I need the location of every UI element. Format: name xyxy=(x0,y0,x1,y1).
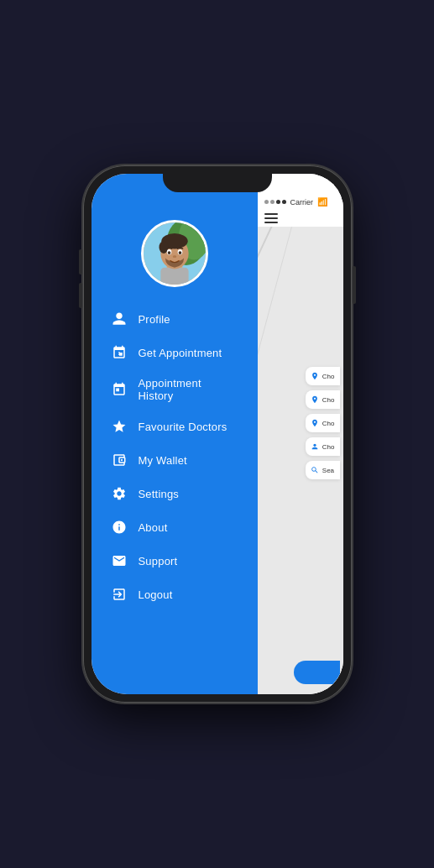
dropdown-item-0[interactable]: Cho xyxy=(306,367,340,385)
dot-3 xyxy=(276,200,280,204)
map-area: Cho Cho Cho xyxy=(258,227,343,694)
dropdown-item-2[interactable]: Cho xyxy=(306,414,340,432)
dropdown-text-2: Cho xyxy=(322,420,335,427)
svg-point-13 xyxy=(120,459,122,461)
phone-notch xyxy=(163,174,272,192)
menu-item-profile[interactable]: Profile xyxy=(100,302,249,336)
phone-screen: Profile Get Appointment xyxy=(92,174,343,694)
dropdown-text-4: Sea xyxy=(322,467,334,474)
map-road-diagonal-2 xyxy=(258,227,292,389)
signal-dots xyxy=(264,200,286,204)
menu-label-favourite-doctors: Favourite Doctors xyxy=(139,421,227,433)
svg-point-12 xyxy=(172,255,176,258)
menu-label-support: Support xyxy=(139,555,178,567)
hamburger-menu[interactable] xyxy=(258,210,343,227)
envelope-icon xyxy=(110,552,128,570)
menu-item-get-appointment[interactable]: Get Appointment xyxy=(100,336,249,369)
menu-label-settings: Settings xyxy=(139,488,180,500)
search-person-icon xyxy=(311,465,319,475)
menu-items-list: Profile Get Appointment xyxy=(92,302,258,611)
dropdown-item-3[interactable]: Cho xyxy=(306,437,340,456)
calendar-list-icon xyxy=(110,380,128,399)
vol-up-button[interactable] xyxy=(79,249,82,275)
logout-icon xyxy=(110,585,128,604)
svg-rect-4 xyxy=(160,268,188,285)
person-location-icon xyxy=(311,442,319,452)
avatar-container xyxy=(92,220,258,287)
svg-point-11 xyxy=(178,251,181,254)
location-heart-icon xyxy=(311,371,319,381)
right-panel: Carrier 📶 Ch xyxy=(258,174,343,694)
gear-icon xyxy=(110,484,128,503)
dropdown-item-4[interactable]: Sea xyxy=(306,461,340,479)
dropdown-text-3: Cho xyxy=(322,443,335,451)
menu-label-appointment-history: Appointment History xyxy=(139,377,239,402)
carrier-text: Carrier xyxy=(290,198,314,207)
menu-label-get-appointment: Get Appointment xyxy=(139,347,222,359)
map-action-button[interactable] xyxy=(294,661,340,684)
menu-label-profile: Profile xyxy=(139,313,170,326)
calendar-add-icon xyxy=(110,343,128,362)
avatar xyxy=(141,220,208,287)
dropdown-items-list: Cho Cho Cho xyxy=(306,367,343,479)
carrier-section: Carrier 📶 xyxy=(264,197,328,207)
star-icon xyxy=(110,417,128,436)
dropdown-text-1: Cho xyxy=(322,396,335,404)
power-button[interactable] xyxy=(353,266,356,304)
menu-item-my-wallet[interactable]: My Wallet xyxy=(100,443,249,477)
dropdown-item-1[interactable]: Cho xyxy=(306,390,340,409)
vol-down-button[interactable] xyxy=(79,283,82,308)
avatar-image xyxy=(144,222,206,285)
side-menu: Profile Get Appointment xyxy=(92,174,258,694)
menu-item-settings[interactable]: Settings xyxy=(100,477,249,510)
menu-label-my-wallet: My Wallet xyxy=(139,454,187,467)
info-icon xyxy=(110,518,128,536)
location-icon-2 xyxy=(311,418,319,428)
person-icon xyxy=(110,310,128,328)
menu-item-favourite-doctors[interactable]: Favourite Doctors xyxy=(100,410,249,443)
map-road-diagonal-1 xyxy=(258,227,276,371)
phone-frame: Profile Get Appointment xyxy=(83,165,352,703)
ham-line-2 xyxy=(264,217,278,219)
wallet-icon xyxy=(110,451,128,469)
dot-2 xyxy=(270,200,275,204)
menu-item-about[interactable]: About xyxy=(100,510,249,544)
menu-item-logout[interactable]: Logout xyxy=(100,578,249,611)
menu-item-support[interactable]: Support xyxy=(100,544,249,578)
ham-line-1 xyxy=(264,213,278,215)
menu-label-logout: Logout xyxy=(139,588,173,601)
dropdown-text-0: Cho xyxy=(322,373,335,380)
menu-label-about: About xyxy=(139,521,168,534)
svg-point-10 xyxy=(167,251,170,254)
location-icon-1 xyxy=(311,395,319,405)
ham-line-3 xyxy=(264,222,278,223)
wifi-icon: 📶 xyxy=(317,197,327,207)
dot-4 xyxy=(282,200,286,204)
menu-item-appointment-history[interactable]: Appointment History xyxy=(100,369,249,410)
dot-1 xyxy=(264,200,269,204)
